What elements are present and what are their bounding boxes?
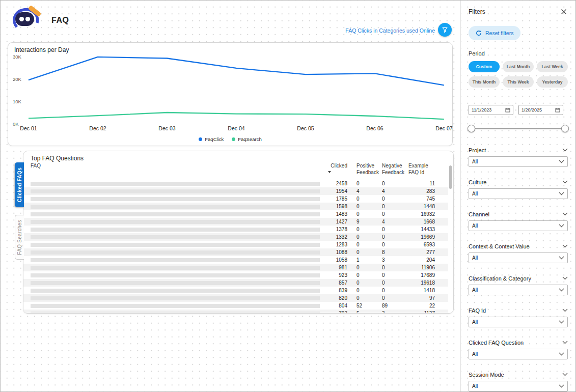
- filter-dropdown-context-context-value[interactable]: All: [469, 253, 568, 263]
- logo-robot-head: [15, 12, 34, 26]
- chevron-down-icon[interactable]: [562, 180, 568, 184]
- filter-dropdown-channel[interactable]: All: [469, 220, 568, 231]
- table-row[interactable]: 24580011: [23, 180, 448, 187]
- period-button-last-week[interactable]: Last Week: [537, 61, 568, 72]
- table-row[interactable]: 804528922: [23, 302, 448, 310]
- table-row[interactable]: 108808277: [23, 248, 448, 256]
- period-button-this-week[interactable]: This Week: [503, 76, 534, 88]
- redacted-question-bar: [31, 304, 320, 308]
- table-row[interactable]: 9230017689: [23, 271, 448, 279]
- positive-feedback-value: 1: [347, 257, 380, 263]
- negative-feedback-value: 0: [380, 272, 405, 278]
- filter-dropdown-faq-id[interactable]: All: [469, 317, 568, 327]
- table-scrollbar[interactable]: [449, 165, 452, 189]
- tab-faq-searches[interactable]: FAQ Searches: [15, 215, 24, 260]
- period-button-this-month[interactable]: This Month: [469, 76, 500, 88]
- dropdown-selected-value: All: [472, 287, 478, 293]
- redacted-question-bar: [31, 266, 320, 270]
- table-row[interactable]: 195444283: [23, 187, 448, 195]
- filter-section-label: Project: [469, 147, 486, 153]
- table-row[interactable]: 105813204: [23, 256, 448, 264]
- top-faq-table-card: Top FAQ Questions FAQ Clicked Positive F…: [23, 151, 454, 314]
- negative-feedback-value: 0: [380, 234, 405, 240]
- table-row[interactable]: 13780014433: [23, 226, 448, 233]
- column-header-negative-feedback[interactable]: Negative Feedback: [380, 163, 405, 176]
- table-row[interactable]: 178500745: [23, 195, 448, 203]
- clicked-value: 1332: [327, 234, 347, 240]
- clicked-value: 839: [327, 288, 347, 293]
- table-row[interactable]: 13320019669: [23, 233, 448, 241]
- dropdown-chevron-icon: [559, 160, 564, 163]
- filter-dropdown-clicked-faq-question[interactable]: All: [469, 349, 568, 359]
- faq-question-cell: [31, 281, 327, 285]
- period-button-last-month[interactable]: Last Month: [503, 61, 534, 72]
- calendar-icon[interactable]: [505, 107, 510, 113]
- clicked-value: 1483: [327, 211, 347, 217]
- slider-handle-start[interactable]: [468, 125, 475, 132]
- filter-section-label: Session Mode: [469, 372, 504, 378]
- dropdown-selected-value: All: [472, 159, 478, 164]
- report-link[interactable]: FAQ Clicks in Categories used Online: [345, 27, 435, 34]
- chevron-down-icon[interactable]: [562, 244, 568, 248]
- table-row[interactable]: 1427941668: [23, 218, 448, 226]
- x-tick-label: Dec 04: [216, 125, 257, 131]
- positive-feedback-value: 0: [347, 272, 380, 278]
- legend-item-faqsearch[interactable]: FaqSearch: [232, 136, 261, 142]
- chevron-down-icon[interactable]: [562, 148, 568, 152]
- slider-track[interactable]: [471, 128, 566, 129]
- redacted-question-bar: [31, 189, 320, 193]
- faq-question-cell: [31, 243, 327, 247]
- chevron-down-icon[interactable]: [562, 276, 568, 280]
- slider-handle-end[interactable]: [561, 125, 569, 132]
- date-from-input[interactable]: 11/1/2023: [469, 105, 513, 115]
- filter-dropdown-project[interactable]: All: [469, 156, 568, 167]
- close-filters-icon[interactable]: [560, 8, 568, 16]
- chevron-down-icon[interactable]: [562, 309, 568, 312]
- example-faq-id-value: 22: [405, 303, 435, 309]
- table-row[interactable]: 1283006593: [23, 241, 448, 248]
- tab-clicked-faqs[interactable]: Clicked FAQs: [15, 162, 24, 207]
- positive-feedback-value: 4: [347, 188, 380, 194]
- negative-feedback-value: 0: [380, 265, 405, 270]
- negative-feedback-value: 4: [380, 188, 405, 194]
- filter-dropdown-classification-category[interactable]: All: [469, 285, 568, 295]
- chevron-down-icon[interactable]: [562, 341, 568, 344]
- legend-dot-icon: [232, 137, 235, 141]
- table-row[interactable]: 8200097: [23, 294, 448, 302]
- filter-dropdown-culture[interactable]: All: [469, 188, 568, 199]
- table-row[interactable]: 14830016932: [23, 210, 448, 218]
- legend-item-faqclick[interactable]: FaqClick: [199, 136, 224, 142]
- table-row[interactable]: 9810011906: [23, 264, 448, 271]
- positive-feedback-value: 0: [347, 280, 380, 286]
- legend-dot-icon: [199, 137, 202, 141]
- negative-feedback-value: 0: [380, 196, 405, 202]
- table-row[interactable]: 839001418: [23, 287, 448, 294]
- example-faq-id-value: 283: [405, 188, 435, 194]
- period-button-yesterday[interactable]: Yesterday: [537, 76, 568, 88]
- table-row[interactable]: 8570019618: [23, 279, 448, 287]
- calendar-icon[interactable]: [555, 107, 560, 113]
- filter-section-channel: ChannelAll: [469, 211, 568, 231]
- dropdown-chevron-icon: [559, 288, 564, 292]
- example-faq-id-value: 1668: [405, 219, 435, 225]
- table-row[interactable]: 1598001448: [23, 203, 448, 210]
- clicked-value: 923: [327, 272, 347, 278]
- table-row[interactable]: 793531127: [23, 310, 448, 313]
- negative-feedback-value: 0: [380, 211, 405, 217]
- date-to-input[interactable]: 1/20/2025: [518, 105, 563, 115]
- positive-feedback-value: 0: [347, 234, 380, 240]
- column-header-example-faq-id[interactable]: Example FAQ Id: [405, 163, 435, 176]
- example-faq-id-value: 19618: [405, 280, 435, 286]
- filter-section-session-mode: Session ModeAll: [469, 371, 568, 391]
- column-header-faq[interactable]: FAQ: [31, 163, 327, 170]
- reset-filters-button[interactable]: Reset filters: [469, 26, 520, 40]
- filter-dropdown-session-mode[interactable]: All: [469, 381, 568, 391]
- chevron-down-icon[interactable]: [562, 212, 568, 216]
- column-header-positive-feedback[interactable]: Positive Feedback: [347, 163, 380, 176]
- dashboard-page: FAQ FAQ Clicks in Categories used Online…: [0, 0, 576, 392]
- column-header-clicked[interactable]: Clicked: [327, 163, 347, 173]
- period-button-custom[interactable]: Custom: [469, 61, 500, 72]
- faq-question-cell: [31, 304, 327, 308]
- filter-fab-button[interactable]: [438, 23, 452, 37]
- chevron-down-icon[interactable]: [562, 373, 568, 376]
